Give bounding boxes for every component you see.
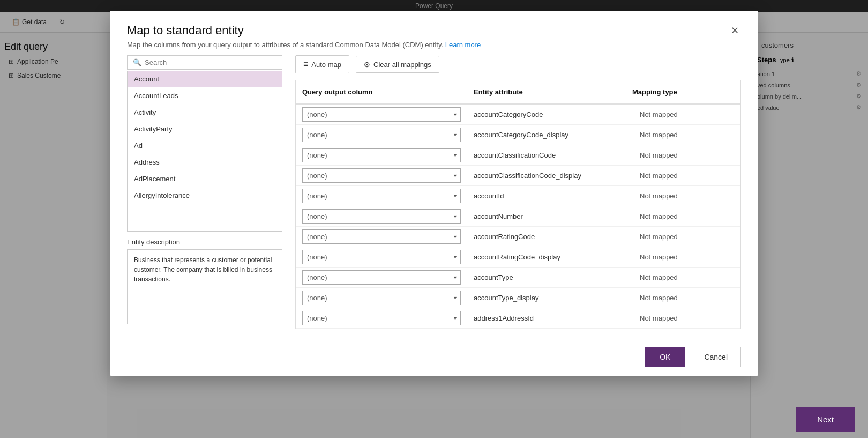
table-row: (none) ▾ accountRatingCode Not mapped (296, 227, 740, 247)
query-col-select-0[interactable]: (none) (302, 107, 461, 122)
query-col-select-10[interactable]: (none) (302, 311, 461, 325)
select-wrapper-1[interactable]: (none) ▾ (302, 128, 461, 142)
entity-item-accountleads[interactable]: AccountLeads (128, 87, 282, 104)
entity-search-box[interactable]: 🔍 (127, 55, 282, 70)
query-col-select-1[interactable]: (none) (302, 128, 461, 142)
entity-description-box: Business that represents a customer or p… (127, 249, 282, 324)
query-col-select-9[interactable]: (none) (302, 291, 461, 305)
entity-attr-cell-8: accountType (467, 271, 633, 284)
mapping-type-cell-10: Not mapped (633, 311, 740, 325)
select-cell-0[interactable]: (none) ▾ (296, 105, 467, 124)
select-wrapper-0[interactable]: (none) ▾ (302, 107, 461, 122)
mapping-type-cell-6: Not mapped (633, 230, 740, 243)
query-col-select-5[interactable]: (none) (302, 209, 461, 224)
table-row: (none) ▾ accountRatingCode_display Not m… (296, 247, 740, 268)
entity-item-address[interactable]: Address (128, 154, 282, 170)
table-row: (none) ▾ accountNumber Not mapped (296, 206, 740, 227)
entity-item-allergyintolerance[interactable]: AllergyIntolerance (128, 187, 282, 204)
query-col-select-7[interactable]: (none) (302, 250, 461, 264)
mapping-table-body: (none) ▾ accountCategoryCode Not mapped (296, 105, 740, 329)
mapping-type-cell-7: Not mapped (633, 250, 740, 264)
bottom-bar: Next (783, 401, 868, 438)
clear-icon: ⊗ (364, 60, 370, 69)
select-cell-7[interactable]: (none) ▾ (296, 247, 467, 267)
search-icon: 🔍 (133, 58, 141, 66)
select-cell-2[interactable]: (none) ▾ (296, 145, 467, 165)
entity-item-adplacement[interactable]: AdPlacement (128, 170, 282, 187)
modal-body: 🔍 Account AccountLeads Activity Act (110, 55, 758, 338)
entity-attr-cell-2: accountClassificationCode (467, 149, 633, 162)
entity-attr-cell-4: accountId (467, 189, 633, 203)
select-wrapper-9[interactable]: (none) ▾ (302, 291, 461, 305)
cancel-button[interactable]: Cancel (691, 347, 741, 367)
table-row: (none) ▾ accountClassificationCode_displ… (296, 166, 740, 186)
select-wrapper-5[interactable]: (none) ▾ (302, 209, 461, 224)
modal-footer: OK Cancel (110, 338, 758, 376)
select-wrapper-8[interactable]: (none) ▾ (302, 270, 461, 285)
mapping-type-cell-4: Not mapped (633, 189, 740, 203)
modal-title: Map to standard entity (127, 24, 481, 38)
select-wrapper-3[interactable]: (none) ▾ (302, 168, 461, 183)
table-row: (none) ▾ accountCategoryCode_display Not… (296, 125, 740, 145)
entity-item-activity[interactable]: Activity (128, 104, 282, 121)
query-col-select-2[interactable]: (none) (302, 148, 461, 162)
mapping-type-cell-3: Not mapped (633, 169, 740, 182)
modal-overlay: Map to standard entity Map the columns f… (0, 0, 868, 438)
col-mapping-type: Mapping type (626, 85, 733, 99)
col-query-output: Query output column (296, 85, 467, 99)
table-row: (none) ▾ accountId Not mapped (296, 186, 740, 206)
mapping-type-cell-0: Not mapped (633, 108, 740, 121)
select-cell-5[interactable]: (none) ▾ (296, 206, 467, 226)
mapping-type-cell-8: Not mapped (633, 271, 740, 284)
entity-attr-cell-1: accountCategoryCode_display (467, 128, 633, 142)
select-cell-4[interactable]: (none) ▾ (296, 186, 467, 206)
entity-description-label: Entity description (127, 238, 282, 246)
table-row: (none) ▾ accountType Not mapped (296, 268, 740, 288)
table-row: (none) ▾ address1AddressId Not mapped (296, 308, 740, 329)
modal-close-button[interactable]: ✕ (729, 24, 741, 38)
modal-subtitle: Map the columns from your query output t… (127, 41, 481, 49)
select-wrapper-4[interactable]: (none) ▾ (302, 189, 461, 203)
select-cell-6[interactable]: (none) ▾ (296, 227, 467, 247)
entity-item-account[interactable]: Account (128, 71, 282, 87)
mapping-type-cell-9: Not mapped (633, 291, 740, 305)
table-row: (none) ▾ accountClassificationCode Not m… (296, 145, 740, 166)
auto-map-icon: ≡ (303, 60, 308, 69)
modal-header: Map to standard entity Map the columns f… (110, 11, 758, 55)
entity-attr-cell-9: accountType_display (467, 291, 633, 305)
auto-map-button[interactable]: ≡ Auto map (295, 55, 349, 73)
next-button[interactable]: Next (796, 407, 855, 432)
select-wrapper-2[interactable]: (none) ▾ (302, 148, 461, 162)
query-col-select-4[interactable]: (none) (302, 189, 461, 203)
entity-list[interactable]: Account AccountLeads Activity ActivityPa… (127, 71, 282, 232)
entity-attr-cell-0: accountCategoryCode (467, 108, 633, 121)
entity-left-panel: 🔍 Account AccountLeads Activity Act (127, 55, 282, 338)
query-col-select-6[interactable]: (none) (302, 229, 461, 244)
entity-item-activityparty[interactable]: ActivityParty (128, 121, 282, 137)
select-wrapper-7[interactable]: (none) ▾ (302, 250, 461, 264)
entity-attr-cell-10: address1AddressId (467, 311, 633, 325)
col-entity-attr: Entity attribute (467, 85, 626, 99)
search-input[interactable] (145, 58, 276, 66)
learn-more-link[interactable]: Learn more (445, 41, 481, 49)
select-cell-9[interactable]: (none) ▾ (296, 288, 467, 308)
entity-attr-cell-7: accountRatingCode_display (467, 250, 633, 264)
query-col-select-3[interactable]: (none) (302, 168, 461, 183)
query-col-select-8[interactable]: (none) (302, 270, 461, 285)
entity-attr-cell-6: accountRatingCode (467, 230, 633, 243)
mapping-right-panel: ≡ Auto map ⊗ Clear all mappings Query ou… (295, 55, 741, 338)
select-cell-10[interactable]: (none) ▾ (296, 308, 467, 328)
select-cell-3[interactable]: (none) ▾ (296, 166, 467, 185)
select-wrapper-10[interactable]: (none) ▾ (302, 311, 461, 325)
table-row: (none) ▾ accountCategoryCode Not mapped (296, 105, 740, 125)
select-wrapper-6[interactable]: (none) ▾ (302, 229, 461, 244)
entity-attr-cell-5: accountNumber (467, 210, 633, 223)
select-cell-8[interactable]: (none) ▾ (296, 268, 467, 287)
ok-button[interactable]: OK (645, 347, 685, 367)
mapping-table: Query output column Entity attribute Map… (295, 80, 741, 329)
mapping-table-header: Query output column Entity attribute Map… (296, 80, 740, 105)
mapping-type-cell-5: Not mapped (633, 210, 740, 223)
entity-item-ad[interactable]: Ad (128, 137, 282, 154)
clear-mappings-button[interactable]: ⊗ Clear all mappings (356, 56, 439, 73)
select-cell-1[interactable]: (none) ▾ (296, 125, 467, 145)
